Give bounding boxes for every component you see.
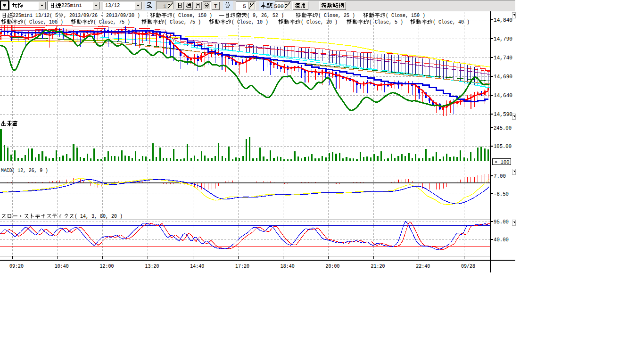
svg-text:18:40: 18:40 <box>281 263 295 270</box>
svg-text:14,840: 14,840 <box>494 17 512 24</box>
svg-text:17:20: 17:20 <box>235 263 249 270</box>
svg-text:14,690: 14,690 <box>494 74 512 80</box>
svg-text:( Close, 75 ): ( Close, 75 ) <box>164 19 201 25</box>
svg-text:-8.50: -8.50 <box>494 191 509 197</box>
svg-text:14,790: 14,790 <box>494 36 512 42</box>
svg-text:40.00: 40.00 <box>494 237 509 243</box>
svg-text:( Close, 25 ): ( Close, 25 ) <box>318 12 355 19</box>
svg-text:14,590: 14,590 <box>494 111 512 118</box>
svg-text:21:20: 21:20 <box>371 263 385 270</box>
svg-text:09/28: 09/28 <box>461 263 475 270</box>
svg-text:, 2013/09/26 - 2013/09/30 ): , 2013/09/26 - 2013/09/30 ) <box>64 12 140 19</box>
svg-text:245.00: 245.00 <box>494 125 512 132</box>
svg-text:14:40: 14:40 <box>190 263 204 270</box>
svg-text:10:40: 10:40 <box>55 263 69 270</box>
svg-text:( Close, 40 ): ( Close, 40 ) <box>433 19 470 25</box>
svg-text:12:00: 12:00 <box>100 263 114 270</box>
svg-text:1: 1 <box>163 4 166 10</box>
svg-text:500: 500 <box>274 4 284 10</box>
svg-text:( Close, 75 ): ( Close, 75 ) <box>93 19 130 25</box>
svg-text:14,740: 14,740 <box>494 55 512 61</box>
svg-text:14,640: 14,640 <box>494 92 512 99</box>
svg-text:95.00: 95.00 <box>494 219 509 225</box>
svg-text:13/12: 13/12 <box>105 2 120 9</box>
svg-text:( 14, 3, 80, 20 ): ( 14, 3, 80, 20 ) <box>74 213 123 220</box>
svg-text:( Close, 150 ): ( Close, 150 ) <box>386 12 425 19</box>
svg-text:225mini 13/12( 5: 225mini 13/12( 5 <box>13 12 58 19</box>
svg-text:225mini: 225mini <box>61 2 82 9</box>
svg-text:09:20: 09:20 <box>9 263 24 270</box>
svg-text:× 100: × 100 <box>495 160 510 165</box>
svg-text:( Close, 150 ): ( Close, 150 ) <box>173 12 212 19</box>
svg-text:105.00: 105.00 <box>494 143 512 150</box>
svg-text:( Close, 5 ): ( Close, 5 ) <box>369 19 403 25</box>
svg-text:22:40: 22:40 <box>416 263 430 270</box>
svg-text:( Close, 10 ): ( Close, 10 ) <box>231 19 268 25</box>
svg-text:20:00: 20:00 <box>326 263 340 270</box>
svg-text:( Close, 100 ): ( Close, 100 ) <box>24 19 63 25</box>
svg-text:T: T <box>214 3 218 9</box>
svg-text:13:20: 13:20 <box>145 263 159 270</box>
svg-text:( Close, 20 ): ( Close, 20 ) <box>301 19 338 25</box>
svg-text:MACD( 12, 26, 9 ): MACD( 12, 26, 9 ) <box>1 167 48 174</box>
svg-text:7.00: 7.00 <box>494 173 506 180</box>
svg-text:5: 5 <box>243 4 246 10</box>
svg-text:( 9, 26, 52 ): ( 9, 26, 52 ) <box>247 12 284 19</box>
